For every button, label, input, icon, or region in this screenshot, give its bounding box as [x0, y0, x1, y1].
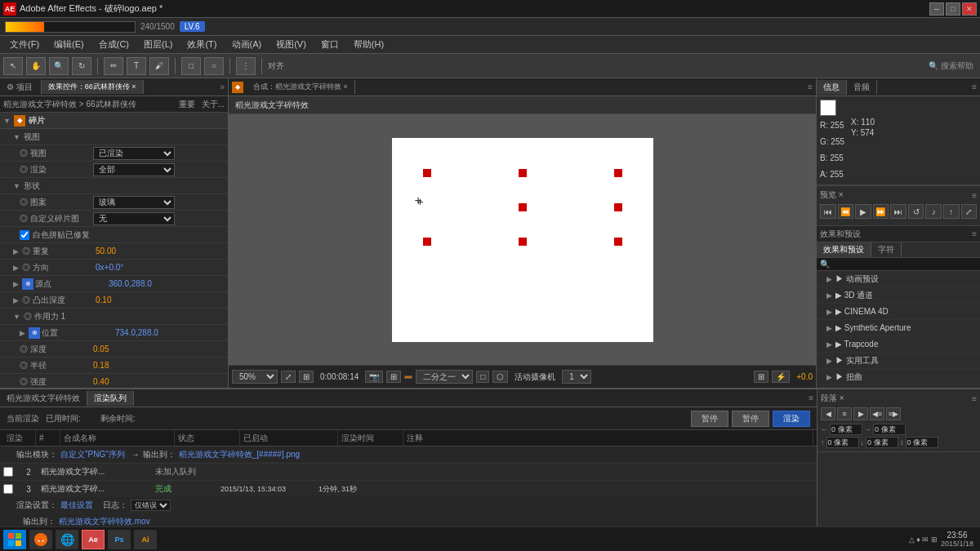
minimize-button[interactable]: ─	[929, 2, 944, 16]
tab-audio[interactable]: 音频	[847, 80, 877, 95]
render-btn[interactable]: 渲染	[773, 411, 810, 427]
toolbar-rect[interactable]: □	[181, 57, 201, 75]
preview-play[interactable]: ▶	[855, 204, 871, 219]
value-force1-strength[interactable]: 0.40	[93, 377, 109, 386]
preset-search-input[interactable]	[817, 258, 980, 271]
taskbar-ai-icon[interactable]: Ai	[134, 530, 157, 549]
preview-audio[interactable]: ♪	[925, 204, 942, 219]
zoom-select[interactable]: 50% 100%	[232, 370, 278, 384]
grid-btn[interactable]: ⊞	[386, 371, 401, 383]
rq-tab-queue[interactable]: 渲染队列	[87, 391, 134, 406]
snapshot-btn[interactable]: 📷	[365, 371, 383, 383]
preview-last[interactable]: ⏭	[890, 204, 906, 219]
preset-tab-effects[interactable]: 效果和预设	[817, 242, 871, 257]
rq-checkbox-2[interactable]	[3, 467, 13, 477]
px-input-3[interactable]	[826, 437, 859, 448]
panel-menu-icon[interactable]: ≡	[808, 82, 813, 91]
preview-first[interactable]: ⏮	[820, 204, 836, 219]
value-force1-pos[interactable]: 734.0,288.0	[115, 328, 158, 337]
toolbar-rotate[interactable]: ↻	[72, 57, 91, 75]
log-select-3[interactable]: 仅错误	[131, 500, 171, 511]
tab-composition-title[interactable]: 合成：稻光游戏文字碎特效 ×	[247, 80, 355, 94]
px-input-2[interactable]	[873, 424, 906, 435]
menu-edit[interactable]: 编辑(E)	[47, 37, 91, 52]
px-input-5[interactable]	[906, 437, 938, 448]
preview-next[interactable]: ⏩	[873, 204, 889, 219]
toolbar-ellipse[interactable]: ○	[204, 57, 224, 75]
taskbar-icon-2[interactable]: 🌐	[56, 530, 78, 549]
dropdown-pattern[interactable]: 玻璃	[93, 196, 175, 209]
align-left-btn[interactable]: ◀	[821, 407, 835, 420]
value-origin[interactable]: 360.0,288.0	[109, 279, 152, 288]
start-button[interactable]	[3, 530, 26, 549]
toolbar-hand[interactable]: ✋	[26, 57, 46, 75]
fit-btn[interactable]: ⤢	[281, 371, 296, 383]
toolbar-brush[interactable]: 🖌	[149, 57, 169, 75]
preset-tab-chars[interactable]: 字符	[871, 242, 902, 257]
view-select[interactable]: 1	[562, 370, 591, 384]
menu-help[interactable]: 帮助(H)	[347, 37, 390, 52]
value-force1-depth[interactable]: 0.05	[93, 344, 109, 353]
checkbox-white-tile[interactable]	[20, 230, 29, 240]
align-center-btn[interactable]: ≡	[837, 407, 852, 420]
dropdown-render[interactable]: 全部	[93, 163, 175, 176]
rq-panel-menu[interactable]: ≡	[808, 393, 813, 402]
tab-effects-controls[interactable]: 效果控件：66武林群侠传 ×	[42, 80, 144, 94]
preset-distort[interactable]: ▶ ▶ 扭曲	[817, 369, 980, 385]
preset-3d-channel[interactable]: ▶ ▶ 3D 通道	[817, 287, 980, 304]
color-btn[interactable]	[404, 375, 412, 379]
transparent-btn[interactable]: ⬡	[492, 371, 508, 383]
preview-loop[interactable]: ↺	[908, 204, 924, 219]
dropdown-custom-shard[interactable]: 无	[93, 212, 175, 225]
dropdown-view[interactable]: 已渲染	[93, 147, 175, 160]
rq-tab-comp[interactable]: 稻光游戏文字碎特效	[0, 391, 87, 406]
justify-left-btn[interactable]: ◀≡	[870, 407, 884, 420]
menu-animation[interactable]: 动画(A)	[225, 37, 269, 52]
rq-row-2[interactable]: 2 稻光游戏文字碎... 未加入队列	[0, 464, 817, 480]
value-repeat[interactable]: 50.00	[96, 247, 116, 256]
toolbar-puppet[interactable]: ⋮	[236, 57, 256, 75]
toolbar-select[interactable]: ↖	[3, 57, 23, 75]
preview-quality[interactable]: ↑	[943, 204, 960, 219]
tab-project[interactable]: ⚙ 项目	[0, 80, 42, 95]
menu-file[interactable]: 文件(F)	[3, 37, 46, 52]
menu-compose[interactable]: 合成(C)	[92, 37, 136, 52]
value-force1-radius[interactable]: 0.18	[93, 361, 109, 370]
maximize-button[interactable]: □	[946, 2, 960, 16]
output-path-3[interactable]: 稻光游戏文字碎特效.mov	[59, 516, 150, 527]
tab-info[interactable]: 信息	[817, 80, 847, 95]
rq-checkbox-3[interactable]	[3, 484, 13, 494]
stop-btn[interactable]: 暂停	[691, 411, 728, 427]
preset-synthetic-aperture[interactable]: ▶ ▶ Synthetic Aperture	[817, 320, 980, 336]
value-extrude[interactable]: 0.10	[96, 295, 111, 304]
composition-canvas[interactable]: +	[392, 138, 653, 342]
close-button[interactable]: ✕	[962, 2, 977, 16]
value-direction[interactable]: 0x+0.0°	[96, 263, 123, 272]
preview-prev[interactable]: ⏪	[838, 204, 854, 219]
pause-btn[interactable]: 暂停	[732, 411, 769, 427]
output-module-value[interactable]: 自定义"PNG"序列	[60, 449, 125, 460]
output-path-1[interactable]: 稻光游戏文字碎特效_[#####].png	[179, 449, 300, 460]
taskbar-icon-1[interactable]: 🦊	[29, 530, 52, 549]
toolbar-zoom[interactable]: 🔍	[49, 57, 69, 75]
preview-fullscreen[interactable]: ⤢	[961, 204, 978, 219]
menu-window[interactable]: 窗口	[314, 37, 345, 52]
quality-btn[interactable]: ⊞	[299, 371, 314, 383]
view-layout-btn[interactable]: ⊞	[754, 371, 768, 383]
preset-utility[interactable]: ▶ ▶ 实用工具	[817, 353, 980, 369]
presets-menu[interactable]: ≡	[972, 229, 977, 238]
preset-animation[interactable]: ▶ ▶ 动画预设	[817, 271, 980, 287]
menu-view[interactable]: 视图(V)	[270, 37, 313, 52]
taskbar-ae-icon[interactable]: Ae	[82, 530, 105, 549]
px-input-1[interactable]	[830, 424, 862, 435]
preview-menu[interactable]: ≡	[972, 191, 977, 200]
menu-effects[interactable]: 效果(T)	[180, 37, 223, 52]
align-right-btn[interactable]: ▶	[853, 407, 868, 420]
rq-row-3[interactable]: 3 稻光游戏文字碎... 完成 2015/1/13, 15:34:03 1分钟,…	[0, 481, 817, 497]
right-panel-menu[interactable]: ≡	[972, 82, 977, 91]
preset-trapcode[interactable]: ▶ ▶ Trapcode	[817, 336, 980, 353]
window-controls[interactable]: ─ □ ✕	[929, 2, 977, 16]
toolbar-pen[interactable]: ✏	[104, 57, 123, 75]
justify-right-btn[interactable]: ≡▶	[886, 407, 901, 420]
resolution-select[interactable]: 二分之一 完整	[416, 370, 473, 384]
